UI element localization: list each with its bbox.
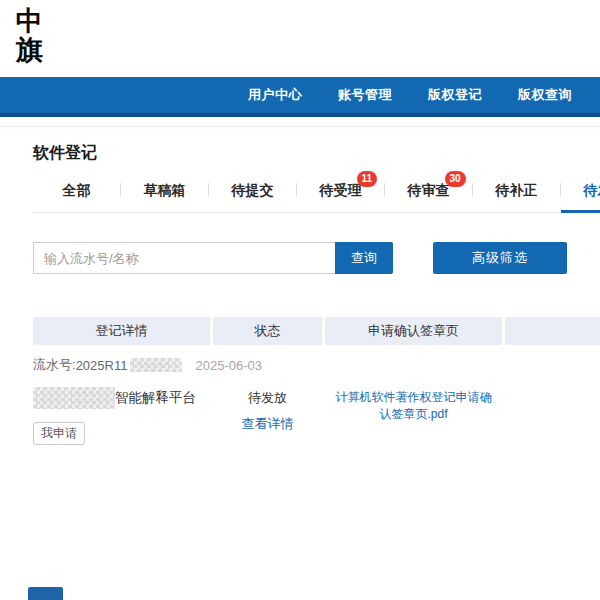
signature-page-cell: 计算机软件著作权登记申请确认签章页.pdf (325, 387, 502, 423)
tab-to-submit[interactable]: 待提交 (209, 181, 296, 212)
censored-serial-suffix (130, 358, 182, 372)
status-tabbar: 全部 草稿箱 待提交 待受理11 待审查30 待补正 待发放 (33, 181, 600, 213)
tab-pending-correction-label: 待补正 (496, 181, 538, 199)
site-logo: 中 旗 (16, 6, 43, 64)
serial-label: 流水号: (33, 356, 76, 374)
nav-item-copyright-query[interactable]: 版权查询 (518, 86, 572, 104)
tab-pending-issuance-label: 待发放 (584, 181, 600, 199)
tab-pending-correction[interactable]: 待补正 (473, 181, 560, 212)
nav-item-account-management[interactable]: 账号管理 (338, 86, 392, 104)
logo-char-2: 旗 (16, 35, 43, 64)
status-cell: 待发放 查看详情 (213, 387, 322, 433)
page-title: 软件登记 (33, 143, 600, 164)
tab-drafts-label: 草稿箱 (144, 181, 186, 199)
tab-all-label: 全部 (63, 181, 91, 199)
pending-acceptance-count-badge: 11 (357, 171, 378, 187)
tab-pending-review-label: 待审查30 (408, 181, 450, 199)
tab-pending-acceptance[interactable]: 待受理11 (297, 181, 384, 212)
status-text: 待发放 (213, 390, 322, 406)
main-content: 软件登记 全部 草稿箱 待提交 待受理11 待审查30 待补正 待发放 (33, 143, 600, 445)
query-button[interactable]: 查询 (335, 242, 393, 274)
pending-review-count-badge: 30 (445, 171, 466, 187)
search-input[interactable] (33, 242, 335, 274)
tab-drafts[interactable]: 草稿箱 (121, 181, 208, 212)
header-signature-page[interactable]: 申请确认签章页 (325, 317, 502, 345)
search-row: 查询 高级筛选 (33, 242, 600, 274)
software-name-line: 智能解释平台 (33, 387, 210, 409)
active-tab-underline (561, 210, 600, 213)
nav-item-copyright-registration[interactable]: 版权登记 (428, 86, 482, 104)
tab-pending-issuance[interactable]: 待发放 (561, 181, 600, 212)
record-date: 2025-06-03 (195, 358, 262, 373)
tab-to-submit-label: 待提交 (232, 181, 274, 199)
table-header-row: 登记详情 状态 申请确认签章页 (33, 317, 600, 345)
serial-number: 2025R11 (76, 358, 128, 373)
serial-row: 流水号: 2025R11 2025-06-03 (33, 357, 600, 373)
advanced-filter-button[interactable]: 高级筛选 (433, 242, 567, 274)
table-row: 智能解释平台 我申请 待发放 查看详情 计算机软件著作权登记申请确认签章页.pd… (33, 387, 600, 445)
registration-detail-cell: 智能解释平台 我申请 (33, 387, 210, 445)
censored-name-prefix (33, 387, 115, 409)
floating-widget[interactable] (28, 587, 63, 600)
logo-char-1: 中 (16, 6, 43, 35)
header-empty (505, 317, 600, 345)
software-name: 智能解释平台 (115, 389, 196, 407)
view-detail-link[interactable]: 查看详情 (213, 415, 322, 433)
signature-pdf-link[interactable]: 计算机软件著作权登记申请确认签章页.pdf (334, 389, 494, 423)
header-status[interactable]: 状态 (213, 317, 322, 345)
tab-pending-review[interactable]: 待审查30 (385, 181, 472, 212)
header-divider (0, 126, 600, 127)
tab-all[interactable]: 全部 (33, 181, 120, 212)
tab-pending-acceptance-label: 待受理11 (320, 181, 362, 199)
header-registration-detail[interactable]: 登记详情 (33, 317, 210, 345)
nav-item-user-center[interactable]: 用户中心 (248, 86, 302, 104)
top-navbar: 用户中心 账号管理 版权登记 版权查询 (0, 77, 600, 117)
applicant-tag: 我申请 (33, 422, 85, 445)
